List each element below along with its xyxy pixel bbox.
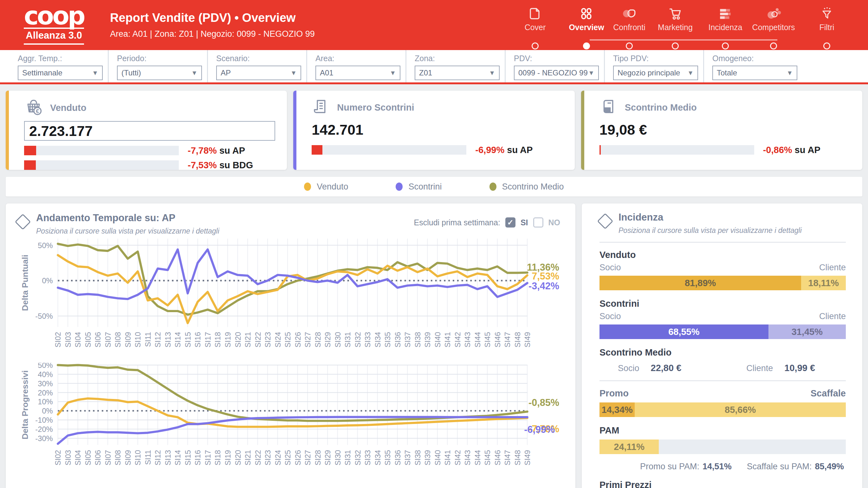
tab-competitors[interactable]: Competitors (749, 5, 798, 32)
incidenza-panel: Incidenza Posiziona il cursore sulla vis… (582, 203, 862, 488)
svg-text:SI04: SI04 (74, 332, 82, 348)
pdv-select[interactable]: 0099 - NEGOZIO 99▼ (514, 66, 599, 80)
bars-icon (701, 5, 749, 22)
svg-text:SI48: SI48 (514, 450, 522, 465)
chevron-down-icon: ▼ (588, 69, 594, 77)
divider (599, 380, 846, 381)
svg-text:SI25: SI25 (284, 332, 292, 348)
svg-text:SI29: SI29 (324, 332, 332, 348)
kpi-title: Scontrino Medio (625, 102, 697, 113)
socio-segment[interactable]: 68,55% (599, 324, 769, 339)
nav-dot (626, 42, 633, 50)
socio-segment[interactable]: 81,89% (599, 276, 801, 290)
svg-text:SI04: SI04 (74, 450, 82, 465)
svg-text:SI24: SI24 (274, 332, 282, 348)
select-value: Totale (717, 68, 737, 77)
promo-segment[interactable]: 14,34% (599, 402, 635, 417)
progress-track (312, 145, 466, 155)
promo-label: Promo (599, 388, 629, 399)
progress-track (599, 145, 754, 155)
legend-item-scontrino-medio[interactable]: Scontrino Medio (490, 182, 564, 192)
svg-text:SI14: SI14 (174, 450, 182, 465)
exclude-yes-checkbox[interactable]: ✓ (505, 217, 516, 228)
scenario-select[interactable]: AP▼ (216, 66, 301, 80)
svg-text:SI43: SI43 (463, 332, 472, 348)
scaffale-segment[interactable]: 85,66% (635, 402, 846, 417)
divider (599, 242, 846, 243)
tab-marketing[interactable]: Marketing (651, 5, 699, 32)
section-pam-title: PAM (599, 425, 846, 436)
svg-text:SI46: SI46 (494, 450, 502, 465)
legend-item-scontrini[interactable]: Scontrini (396, 182, 442, 192)
filter-label: Omogeneo: (712, 54, 797, 63)
scontrini-split-bar[interactable]: 68,55% 31,45% (599, 324, 846, 339)
svg-text:SI12: SI12 (154, 332, 162, 348)
select-value: Negozio principale (618, 68, 680, 77)
svg-text:10%: 10% (38, 398, 53, 406)
legend-item-venduto[interactable]: Venduto (304, 182, 348, 192)
svg-text:SI25: SI25 (284, 450, 292, 465)
venduto-value-field[interactable]: 2.723.177 (24, 121, 275, 141)
svg-text:SI39: SI39 (424, 332, 432, 348)
svg-text:SI45: SI45 (484, 450, 492, 465)
promo-su-pam: Promo su PAM:14,51% (640, 462, 732, 471)
pam-bar[interactable]: 24,11% (599, 440, 846, 454)
scontrino-medio-value: 19,08 € (599, 121, 851, 140)
socio-label: Socio (599, 312, 621, 321)
nav-dot (770, 42, 777, 50)
svg-text:SI37: SI37 (404, 332, 412, 348)
svg-text:-30%: -30% (35, 434, 53, 443)
filter-aggr-temp: Aggr. Temp.: Settimanale▼ (9, 50, 103, 83)
periodo-select[interactable]: (Tutti)▼ (117, 66, 202, 80)
chevron-down-icon: ▼ (687, 69, 694, 77)
aggr-temp-select[interactable]: Settimanale▼ (18, 66, 103, 80)
svg-text:SI11: SI11 (144, 450, 152, 465)
basket-euro-icon: € (24, 98, 43, 118)
exclude-no-label: NO (549, 218, 560, 227)
tab-confronti[interactable]: Confronti (605, 5, 653, 32)
grid-icon (562, 5, 611, 22)
svg-text:SI32: SI32 (354, 450, 362, 465)
svg-text:40%: 40% (38, 370, 53, 379)
svg-text:SI26: SI26 (294, 450, 302, 465)
logo-text: coop (18, 5, 90, 26)
svg-text:SI05: SI05 (84, 332, 92, 348)
section-venduto-title: Venduto (599, 250, 846, 260)
exclude-no-checkbox[interactable] (533, 217, 544, 228)
receipt-icon (312, 98, 330, 117)
filter-scenario: Scenario: AP▼ (207, 50, 301, 83)
cliente-segment[interactable]: 31,45% (769, 324, 846, 339)
svg-text:50%: 50% (38, 363, 53, 369)
svg-text:50%: 50% (38, 241, 53, 250)
svg-text:SI34: SI34 (374, 332, 382, 348)
filter-tipo-pdv: Tipo PDV: Negozio principale▼ (604, 50, 698, 83)
tab-incidenza[interactable]: Incidenza (701, 5, 749, 32)
filter-label: Periodo: (117, 54, 202, 63)
filter-periodo: Periodo: (Tutti)▼ (108, 50, 202, 83)
svg-text:SI35: SI35 (383, 450, 392, 465)
svg-text:SI49: SI49 (523, 450, 532, 465)
delta-puntuali-chart[interactable]: 50%0%-50%SI02SI03SI04SI05SI06SI07SI08SI0… (17, 235, 562, 355)
svg-text:SI21: SI21 (244, 332, 252, 348)
promo-scaffale-split-bar[interactable]: 14,34% 85,66% (599, 402, 846, 417)
socio-scontrino-value: 22,80 € (651, 363, 682, 373)
tab-filtri[interactable]: Filtri (803, 5, 851, 32)
delta-progressivi-chart[interactable]: 50%40%30%20%10%0%-10%-20%-30%SI02SI03SI0… (17, 363, 562, 480)
tipo-pdv-select[interactable]: Negozio principale▼ (613, 66, 698, 80)
svg-text:SI07: SI07 (104, 450, 112, 465)
chevron-down-icon: ▼ (489, 69, 495, 77)
progress-fill (599, 145, 601, 155)
tab-overview[interactable]: Overview (562, 5, 611, 32)
area-select[interactable]: A01▼ (315, 66, 400, 80)
svg-text:SI29: SI29 (324, 450, 332, 465)
omogeneo-select[interactable]: Totale▼ (712, 66, 797, 80)
zona-select[interactable]: Z01▼ (415, 66, 500, 80)
venduto-split-bar[interactable]: 81,89% 18,11% (599, 276, 846, 290)
svg-text:Delta Progressivi: Delta Progressivi (20, 370, 30, 440)
legend-label: Venduto (317, 182, 348, 192)
tab-cover[interactable]: Cover (511, 5, 559, 32)
legend-label: Scontrino Medio (502, 182, 564, 192)
chevron-down-icon: ▼ (390, 69, 396, 77)
svg-text:SI05: SI05 (84, 450, 92, 465)
cliente-segment[interactable]: 18,11% (801, 276, 846, 290)
